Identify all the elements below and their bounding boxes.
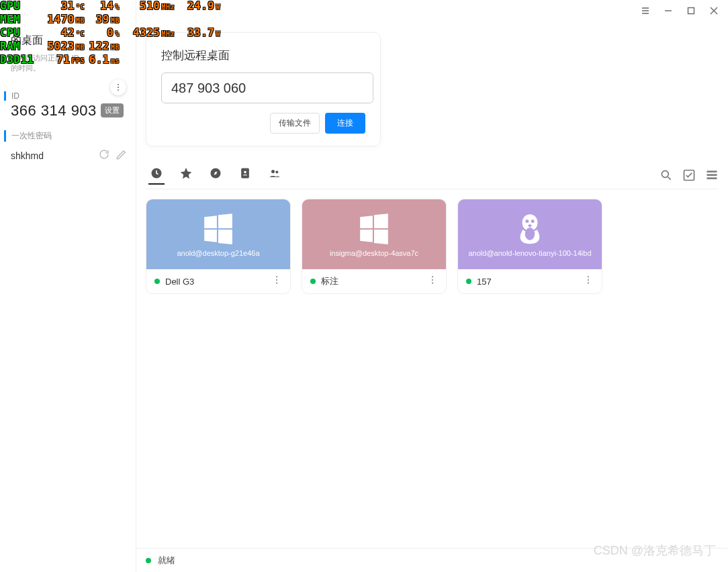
refresh-button[interactable] — [98, 148, 110, 163]
svg-point-26 — [588, 279, 589, 281]
card-menu-button[interactable] — [271, 275, 282, 288]
search-icon — [659, 169, 673, 182]
close-icon — [710, 7, 718, 15]
status-dot — [146, 558, 151, 563]
tab-favorites[interactable] — [178, 169, 194, 185]
tabbar — [146, 164, 719, 189]
more-vert-icon — [271, 275, 282, 285]
maximize-icon — [687, 7, 695, 15]
svg-point-27 — [588, 283, 589, 284]
svg-point-20 — [432, 283, 433, 284]
device-host: insigma@desktop-4asva7c — [324, 249, 424, 257]
list-icon — [705, 169, 719, 182]
tab-recent[interactable] — [148, 169, 165, 185]
tab-group[interactable] — [267, 169, 283, 185]
svg-point-2 — [118, 89, 119, 91]
statusbar: 就绪 — [136, 548, 728, 572]
hamburger-icon — [641, 7, 649, 15]
more-vert-icon — [427, 275, 438, 285]
id-settings-button[interactable]: 设置 — [101, 103, 124, 117]
svg-point-18 — [432, 276, 433, 277]
device-card[interactable]: anold@anold-lenovo-tianyi-100-14ibd 157 — [457, 199, 602, 294]
device-name: 标注 — [321, 275, 422, 287]
svg-point-16 — [276, 279, 277, 281]
remote-id-input[interactable] — [161, 73, 373, 103]
addressbook-icon — [238, 166, 252, 180]
compass-icon — [209, 166, 222, 180]
svg-point-7 — [244, 171, 246, 173]
more-vert-icon — [583, 275, 594, 285]
star-icon — [179, 166, 193, 180]
svg-point-22 — [525, 220, 529, 223]
titlebar — [136, 0, 728, 21]
sidebar-menu-button[interactable] — [110, 79, 126, 95]
svg-rect-13 — [707, 174, 717, 176]
cards: anold@desktop-g21e46a Dell G3 insigma@de… — [146, 199, 719, 294]
connect-button[interactable]: 连接 — [325, 113, 365, 134]
control-card: 控制远程桌面 传输文件 连接 — [146, 32, 381, 146]
clock-icon — [150, 166, 163, 180]
transfer-file-button[interactable]: 传输文件 — [270, 113, 320, 134]
windows-icon — [357, 211, 391, 245]
svg-point-25 — [588, 276, 589, 277]
device-name: 157 — [477, 277, 578, 287]
svg-rect-14 — [707, 177, 717, 179]
svg-point-10 — [662, 171, 668, 177]
windows-icon — [201, 211, 235, 245]
svg-rect-12 — [707, 171, 717, 173]
svg-point-8 — [271, 170, 275, 173]
maximize-button[interactable] — [680, 1, 702, 20]
list-view-button[interactable] — [705, 169, 719, 185]
tab-addressbook[interactable] — [237, 169, 253, 185]
hamburger-button[interactable] — [634, 1, 657, 20]
pw-label: 一次性密码 — [4, 130, 128, 142]
sidebar: 的桌面 面可以访问正面的 ID的时间。 ID 366 314 903 设置 一次… — [0, 0, 136, 572]
pw-value: shkhmd — [11, 150, 93, 161]
card-menu-button[interactable] — [427, 275, 438, 288]
sidebar-title: 的桌面 — [11, 34, 128, 48]
svg-point-15 — [276, 276, 277, 277]
device-host: anold@anold-lenovo-tianyi-100-14ibd — [463, 249, 596, 257]
select-button[interactable] — [682, 169, 696, 185]
search-button[interactable] — [659, 169, 673, 185]
card-menu-button[interactable] — [583, 275, 594, 288]
refresh-icon — [98, 148, 110, 160]
status-dot — [466, 279, 471, 284]
svg-point-9 — [275, 171, 278, 173]
status-text: 就绪 — [158, 555, 175, 567]
id-label: ID — [4, 91, 128, 101]
minimize-button[interactable] — [657, 1, 680, 20]
status-dot — [154, 279, 160, 284]
svg-point-19 — [432, 279, 433, 281]
device-name: Dell G3 — [165, 277, 266, 287]
device-card[interactable]: anold@desktop-g21e46a Dell G3 — [146, 199, 291, 294]
close-button[interactable] — [702, 1, 725, 20]
more-vert-icon — [113, 83, 123, 92]
status-dot — [310, 279, 316, 284]
group-icon — [268, 166, 281, 180]
control-title: 控制远程桌面 — [161, 48, 365, 63]
pencil-icon — [116, 148, 128, 160]
main: 控制远程桌面 传输文件 连接 — [136, 0, 728, 572]
check-square-icon — [682, 169, 696, 182]
svg-rect-3 — [688, 8, 694, 14]
edit-button[interactable] — [116, 148, 128, 163]
tab-discovered[interactable] — [208, 169, 224, 185]
device-card[interactable]: insigma@desktop-4asva7c 标注 — [302, 199, 447, 294]
linux-icon — [513, 211, 547, 245]
svg-point-1 — [118, 87, 119, 88]
minimize-icon — [664, 7, 672, 15]
sidebar-sub: 面可以访问正面的 ID的时间。 — [11, 53, 128, 74]
svg-point-23 — [531, 220, 535, 223]
id-value: 366 314 903 — [11, 102, 97, 120]
svg-point-17 — [276, 283, 277, 284]
device-host: anold@desktop-g21e46a — [171, 249, 265, 257]
svg-point-0 — [118, 84, 119, 85]
svg-point-24 — [525, 228, 535, 240]
